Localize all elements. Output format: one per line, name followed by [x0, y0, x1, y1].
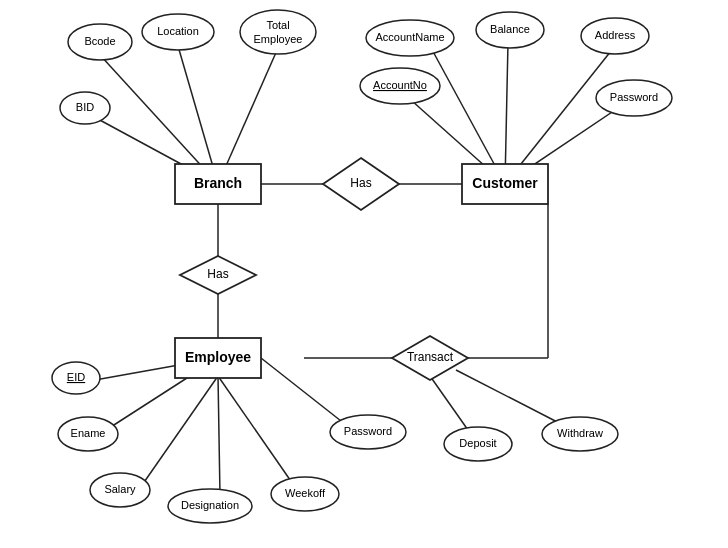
attr-accountname-label: AccountName: [375, 31, 444, 43]
attr-deposit-label: Deposit: [459, 437, 496, 449]
attr-eid-label: EID: [67, 371, 85, 383]
conn-balance: [505, 42, 508, 184]
attr-address-label: Address: [595, 29, 636, 41]
attr-location-label: Location: [157, 25, 199, 37]
entity-branch-label: Branch: [194, 175, 242, 191]
rel-has1-label: Has: [350, 176, 371, 190]
attr-totalemployee-label2: Employee: [254, 33, 303, 45]
attr-totalemployee-label: Total: [266, 19, 289, 31]
attr-balance-label: Balance: [490, 23, 530, 35]
attr-password-e-label: Password: [344, 425, 392, 437]
rel-has2-label: Has: [207, 267, 228, 281]
attr-withdraw-label: Withdraw: [557, 427, 603, 439]
rel-transact-label: Transact: [407, 350, 454, 364]
entity-customer-label: Customer: [472, 175, 538, 191]
attr-bid-label: BID: [76, 101, 94, 113]
attr-designation-label: Designation: [181, 499, 239, 511]
conn-salary: [140, 376, 218, 488]
conn-designation: [218, 376, 220, 496]
conn-deposit: [430, 376, 468, 430]
entity-employee-label: Employee: [185, 349, 251, 365]
attr-salary-label: Salary: [104, 483, 136, 495]
attr-ename-label: Ename: [71, 427, 106, 439]
attr-password-c-label: Password: [610, 91, 658, 103]
diagram-svg: .entity-rect { fill: white; stroke: #222…: [0, 0, 728, 548]
attr-bcode-label: Bcode: [84, 35, 115, 47]
conn-withdraw: [456, 370, 565, 426]
conn-weekoff: [218, 376, 295, 487]
attr-weekoff-label: Weekoff: [285, 487, 326, 499]
er-diagram: .entity-rect { fill: white; stroke: #222…: [0, 0, 728, 548]
attr-accountno-label: AccountNo: [373, 79, 427, 91]
